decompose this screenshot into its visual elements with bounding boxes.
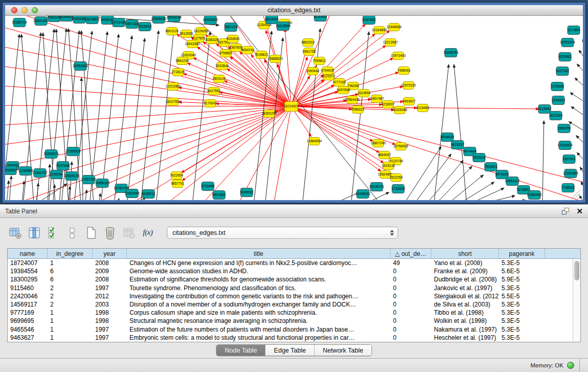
table-cell[interactable]: 1 [48, 334, 93, 342]
table-row[interactable]: 946554611997Estimation of the future num… [8, 325, 580, 334]
column-header-2[interactable]: year [93, 249, 127, 258]
table-row[interactable]: 977716911998Corpus callosum shape and si… [8, 309, 580, 317]
close-window-icon[interactable] [11, 7, 17, 13]
table-cell[interactable]: 0 [390, 334, 431, 342]
table-cell[interactable]: 0 [390, 267, 431, 275]
column-header-6[interactable]: pagerank [499, 249, 545, 258]
close-panel-icon[interactable]: ✕ [576, 207, 583, 215]
table-cell[interactable]: 1998 [93, 309, 127, 317]
table-cell[interactable]: 1 [48, 317, 93, 325]
table-cell[interactable]: 1 [48, 325, 93, 334]
table-row[interactable]: 1872400712008Changes of HCN gene express… [8, 259, 580, 267]
table-cell[interactable]: 2009 [93, 267, 127, 275]
table-cell[interactable]: 1 [48, 309, 93, 317]
column-header-3[interactable]: title [127, 249, 390, 258]
table-row[interactable]: 946362711997Embryonic stem cells: a mode… [8, 334, 580, 342]
citation-network-graph[interactable]: 8601128891295518226058912750581863281654… [5, 16, 583, 200]
minimize-window-icon[interactable] [21, 7, 28, 13]
table-row[interactable]: 2242004622012Investigating the contribut… [8, 292, 580, 300]
table-cell[interactable]: 0 [390, 317, 431, 325]
table-cell[interactable]: 2008 [93, 275, 127, 283]
table-cell[interactable]: Franke et al. (2009) [431, 267, 499, 275]
table-cell[interactable]: 5.3E-5 [499, 334, 545, 342]
table-cell[interactable]: 5.3E-5 [499, 259, 545, 267]
table-cell[interactable]: 5.3E-5 [499, 325, 545, 334]
show-columns-icon[interactable] [27, 226, 41, 240]
table-cell[interactable]: 5.5E-5 [499, 292, 545, 300]
table-cell[interactable]: 1997 [93, 325, 127, 334]
table-cell[interactable]: 5.9E-5 [499, 275, 545, 283]
table-cell[interactable]: 2012 [93, 292, 127, 300]
table-cell[interactable]: 18300295 [8, 275, 48, 283]
table-cell[interactable]: 2 [48, 300, 93, 309]
table-cell[interactable]: 18724007 [8, 259, 48, 267]
table-vertical-scrollbar[interactable] [573, 259, 580, 342]
network-window[interactable]: citations_edges.txt 86011288912955182260… [3, 3, 585, 203]
table-cell[interactable]: Embryonic stem cells: a model to study s… [127, 334, 390, 342]
table-cell[interactable]: 6 [48, 267, 93, 275]
unselect-all-icon[interactable] [65, 226, 79, 240]
table-cell[interactable]: 5.3E-5 [499, 300, 545, 309]
table-cell[interactable]: Investigating the contribution of common… [127, 292, 390, 300]
table-cell[interactable]: 1997 [93, 334, 127, 342]
table-cell[interactable]: Structural magnetic resonance image aver… [127, 317, 390, 325]
column-header-1[interactable]: in_degree [48, 249, 93, 258]
tab-network-table[interactable]: Network Table [315, 345, 372, 356]
table-cell[interactable]: Dudbridge et al. (2008) [431, 275, 499, 283]
table-cell[interactable]: de Silva et al. (2003) [431, 300, 499, 309]
table-cell[interactable]: Estimation of the future numbers of pati… [127, 325, 390, 334]
table-cell[interactable]: 1 [48, 259, 93, 267]
table-cell[interactable]: 1998 [93, 317, 127, 325]
table-row[interactable]: 969969511998Structural magnetic resonanc… [8, 317, 580, 325]
table-cell[interactable]: 22420046 [8, 292, 48, 300]
table-cell[interactable]: Corpus callosum shape and size in male p… [127, 309, 390, 317]
memory-status-icon[interactable] [567, 362, 574, 369]
tab-edge-table[interactable]: Edge Table [266, 345, 314, 356]
tab-node-table[interactable]: Node Table [216, 345, 266, 356]
select-all-icon[interactable] [46, 226, 60, 240]
scrollbar-thumb[interactable] [574, 261, 579, 280]
table-cell[interactable]: Stergiakouli et al. (2012) [431, 292, 499, 300]
table-cell[interactable]: 0 [390, 309, 431, 317]
table-cell[interactable]: 9463627 [8, 334, 48, 342]
table-cell[interactable]: 1997 [93, 284, 127, 292]
table-selector-dropdown[interactable]: citations_edges.txt [167, 227, 398, 239]
table-cell[interactable]: Genome-wide association studies in ADHD. [127, 267, 390, 275]
table-cell[interactable]: 49 [390, 259, 431, 267]
table-cell[interactable]: Disruption of a novel member of a sodium… [127, 300, 390, 309]
window-resize-grip-icon[interactable] [577, 196, 580, 199]
column-header-5[interactable]: short [431, 249, 499, 258]
table-cell[interactable]: 6 [48, 275, 93, 283]
table-cell[interactable]: 5.3E-5 [499, 317, 545, 325]
column-header-0[interactable]: name [8, 249, 48, 258]
table-cell[interactable]: Jankovic et al. (1997) [431, 284, 499, 292]
new-table-icon[interactable] [84, 226, 98, 240]
table-row[interactable]: 1830029562008Estimation of significance … [8, 275, 580, 283]
zoom-window-icon[interactable] [32, 7, 38, 13]
table-cell[interactable]: Hescheler et al. (1997) [431, 334, 499, 342]
table-cell[interactable]: 2 [48, 284, 93, 292]
table-cell[interactable]: 0 [390, 300, 431, 309]
column-header-4[interactable]: △ out_de… [390, 249, 431, 258]
table-cell[interactable]: Changes of HCN gene expression and I(f) … [127, 259, 390, 267]
table-cell[interactable]: 9777169 [8, 309, 48, 317]
table-row[interactable]: 911546021997Tourette syndrome. Phenomeno… [8, 284, 580, 292]
float-panel-icon[interactable] [562, 208, 569, 214]
delete-table-icon[interactable] [103, 226, 117, 240]
table-cell[interactable]: Estimation of significance thresholds fo… [127, 275, 390, 283]
table-cell[interactable]: 14569117 [8, 300, 48, 309]
table-cell[interactable]: Tourette syndrome. Phenomenology and cla… [127, 284, 390, 292]
table-cell[interactable]: 5.6E-5 [499, 267, 545, 275]
table-cell[interactable]: 0 [390, 325, 431, 334]
table-cell[interactable]: Tibbo et al. (1998) [431, 309, 499, 317]
table-cell[interactable]: 5.3E-5 [499, 309, 545, 317]
table-cell[interactable]: 9699695 [8, 317, 48, 325]
table-cell[interactable]: 9115460 [8, 284, 48, 292]
table-cell[interactable]: 0 [390, 292, 431, 300]
network-window-titlebar[interactable]: citations_edges.txt [5, 5, 583, 16]
table-cell[interactable]: 5.3E-5 [499, 284, 545, 292]
table-cell[interactable]: 0 [390, 275, 431, 283]
table-cell[interactable]: 2003 [93, 300, 127, 309]
table-cell[interactable]: 2008 [93, 259, 127, 267]
table-settings-icon[interactable] [8, 226, 23, 240]
